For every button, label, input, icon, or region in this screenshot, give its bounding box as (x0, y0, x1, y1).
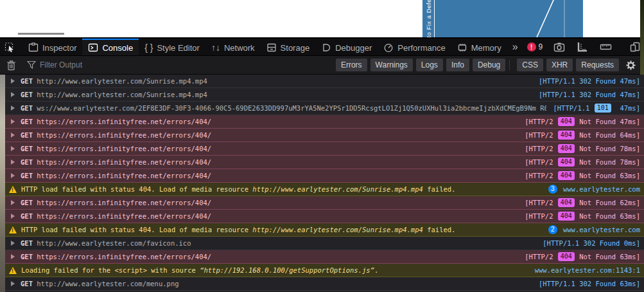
devtools-tabs: InspectorConsole{ }Style Editor↑↓Network… (22, 39, 507, 55)
tab-label: Storage (281, 43, 310, 53)
tab-network[interactable]: ↑↓Network (205, 39, 261, 55)
console-row-network[interactable]: GET ws://www.earlytester.com/2EF8E3DF-30… (5, 102, 644, 115)
tabs-overflow-button[interactable]: » (507, 39, 523, 55)
filter-button-css[interactable]: CSS (517, 59, 543, 71)
pick-element-button[interactable] (0, 39, 20, 55)
screenshot-button[interactable] (549, 41, 570, 53)
expand-arrow-icon[interactable] (11, 78, 15, 84)
status-code-badge: 404 (558, 198, 575, 207)
expand-arrow-icon[interactable] (11, 281, 15, 286)
expand-arrow-icon[interactable] (11, 160, 15, 165)
tab-label: Performance (397, 43, 445, 53)
response-status: [HTTP/2 404 Not Found 78ms] (525, 158, 640, 167)
status-code-badge: 404 (558, 212, 575, 221)
console-row-network-error[interactable]: GET https://errors.infinityfree.net/erro… (5, 142, 644, 156)
source-location-link[interactable]: www.earlytester.com (563, 226, 640, 233)
expand-arrow-icon[interactable] (11, 119, 15, 124)
warning-triangle-icon: ! (9, 226, 17, 233)
request-message: GET https://errors.infinityfree.net/erro… (21, 253, 211, 260)
request-message: GET https://errors.infinityfree.net/erro… (21, 145, 211, 152)
expand-arrow-icon[interactable] (11, 146, 15, 151)
warning-text: failed. (423, 185, 456, 193)
status-code-badge: 404 (558, 252, 575, 261)
filter-button-requests[interactable]: Requests (576, 59, 619, 71)
console-row-network-error[interactable]: GET https://errors.infinityfree.net/erro… (5, 115, 644, 129)
warning-message: HTTP load failed with status 404. Load o… (21, 185, 455, 193)
console-settings-button[interactable] (625, 60, 636, 71)
chart-axis-strip: t to Fix a Defec (422, 0, 435, 37)
error-count-button[interactable]: ! 9 (523, 42, 547, 51)
request-url: https://errors.infinityfree.net/errors/4… (33, 118, 211, 125)
console-row-warning[interactable]: !Loading failed for the <script> with so… (5, 264, 644, 277)
filter-output-input[interactable] (40, 60, 333, 69)
tab-performance[interactable]: Performance (378, 39, 451, 55)
console-row-warning[interactable]: !HTTP load failed with status 404. Load … (5, 183, 644, 196)
http-method: GET (21, 131, 33, 139)
rulers-button[interactable] (572, 41, 593, 53)
dock-options-button[interactable] (625, 41, 644, 53)
source-location-link[interactable]: www.earlytester.com (563, 185, 640, 193)
tab-console[interactable]: Console (82, 39, 139, 55)
console-row-network[interactable]: GET http://www.earlytester.com/menu.png[… (5, 277, 644, 291)
console-row-network-error[interactable]: GET https://errors.infinityfree.net/erro… (5, 169, 644, 183)
page-scrollbar[interactable] (18, 33, 64, 35)
expand-arrow-icon[interactable] (11, 214, 15, 219)
expand-arrow-icon[interactable] (11, 92, 15, 97)
warning-message: HTTP load failed with status 404. Load o… (21, 226, 455, 233)
filter-button-errors[interactable]: Errors (336, 59, 367, 71)
console-row-network-error[interactable]: GET https://errors.infinityfree.net/erro… (5, 196, 644, 210)
http-method: GET (21, 172, 33, 179)
clear-console-button[interactable] (4, 60, 19, 71)
tab-debugger[interactable]: Debugger (315, 39, 378, 55)
request-message: GET https://errors.infinityfree.net/erro… (21, 212, 211, 220)
console-row-network[interactable]: GET http://www.earlytester.com/Sunrise.m… (5, 75, 644, 88)
http-method: GET (21, 253, 33, 260)
console-row-network-error[interactable]: GET https://errors.infinityfree.net/erro… (5, 210, 644, 223)
tab-memory[interactable]: Memory (451, 39, 507, 55)
expand-arrow-icon[interactable] (11, 105, 15, 111)
expand-arrow-icon[interactable] (11, 200, 15, 205)
console-row-network[interactable]: GET http://www.earlytester.com/Sunrise.m… (5, 88, 644, 102)
rulers-icon (577, 41, 588, 53)
expand-arrow-icon[interactable] (11, 254, 15, 259)
status-code-badge: 404 (558, 117, 575, 126)
console-row-warning[interactable]: !HTTP load failed with status 404. Load … (5, 223, 644, 237)
filter-button-logs[interactable]: Logs (416, 59, 443, 71)
tab-storage[interactable]: Storage (261, 39, 316, 55)
console-row-network-error[interactable]: GET https://errors.infinityfree.net/erro… (5, 129, 644, 142)
http-method: GET (21, 77, 33, 85)
request-message: GET http://www.earlytester.com/menu.png (21, 280, 179, 287)
response-status: [HTTP/2 404 Not Found 62ms] (525, 198, 640, 207)
tab-inspector[interactable]: Inspector (22, 39, 82, 55)
console-row-network-error[interactable]: GET https://errors.infinityfree.net/erro… (5, 250, 644, 264)
http-method: GET (21, 239, 33, 247)
tab-label: Inspector (42, 43, 76, 53)
style-editor-braces-icon: { } (144, 43, 153, 52)
expand-arrow-icon[interactable] (11, 241, 15, 246)
response-status: [HTTP/1.1 302 Found 47ms] (539, 91, 640, 98)
filter-button-warnings[interactable]: Warnings (370, 59, 413, 71)
request-url: https://errors.infinityfree.net/errors/4… (33, 158, 211, 166)
warning-resource-url: http://www.earlytester.com/Sunrise.mp4.m… (252, 226, 423, 233)
request-url: http://www.earlytester.com/menu.png (33, 280, 179, 287)
console-row-network[interactable]: GET http://www.earlytester.com/favicon.i… (5, 237, 644, 250)
warning-text: . (374, 266, 378, 274)
expand-arrow-icon[interactable] (11, 132, 15, 138)
measure-button[interactable] (595, 41, 616, 53)
devtools-toolbar: InspectorConsole{ }Style Editor↑↓Network… (0, 39, 640, 56)
filter-button-xhr[interactable]: XHR (546, 59, 573, 71)
storage-icon (266, 42, 277, 53)
filter-button-info[interactable]: Info (446, 59, 469, 71)
filter-button-debug[interactable]: Debug (473, 59, 505, 71)
source-location-link[interactable]: www.earlytester.com:1143:1 (535, 266, 640, 274)
filter-funnel (27, 60, 36, 69)
tab-style-editor[interactable]: { }Style Editor (139, 39, 205, 55)
http-method: GET (21, 212, 33, 220)
response-status: [HTTP/2 404 Not Found 47ms] (525, 117, 640, 126)
console-row-network-error[interactable]: GET https://errors.infinityfree.net/erro… (5, 156, 644, 169)
warning-resource-url: http://www.earlytester.com/Sunrise.mp4.m… (252, 185, 423, 193)
tab-label: Style Editor (157, 43, 199, 53)
expand-arrow-icon[interactable] (11, 173, 15, 178)
console-filter-bar: ErrorsWarningsLogsInfoDebug CSSXHRReques… (0, 56, 640, 75)
warning-text: Loading failed for the <script> with sou… (21, 266, 200, 274)
